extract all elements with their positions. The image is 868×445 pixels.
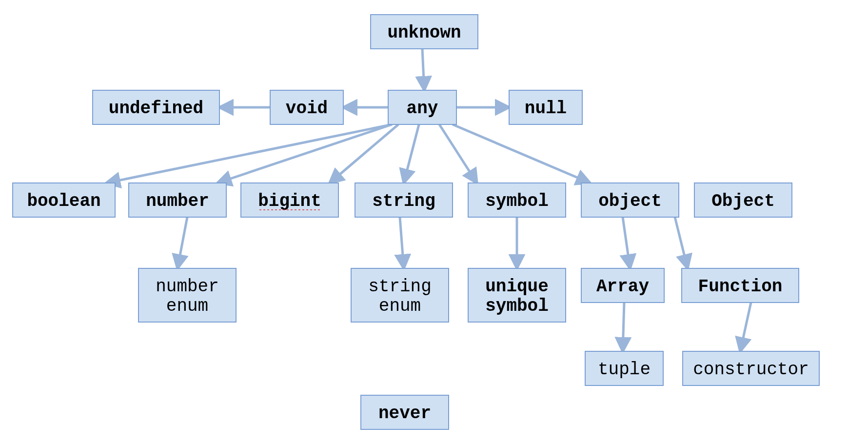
edge-string-to-string_enum	[400, 217, 404, 268]
node-unique_symbol: uniquesymbol	[468, 268, 566, 322]
node-string_enum: stringenum	[351, 268, 449, 322]
edge-Function-to-constructor	[740, 303, 751, 351]
edge-number-to-number_enum	[178, 217, 187, 268]
node-label-undefined: undefined	[109, 99, 203, 119]
node-bigint: bigint	[241, 183, 338, 217]
node-Function: Function	[682, 268, 799, 303]
edge-unknown-to-any	[422, 49, 424, 90]
node-label-string: string	[372, 191, 435, 211]
edge-Array-to-tuple	[623, 303, 624, 351]
node-label-Array: Array	[596, 277, 649, 297]
node-label-never: never	[378, 404, 431, 424]
type-hierarchy-diagram: unknownundefinedvoidanynullbooleannumber…	[0, 0, 868, 445]
node-tuple: tuple	[585, 351, 663, 385]
node-Array: Array	[581, 268, 664, 303]
node-object: object	[581, 183, 679, 217]
edge-any-to-object	[453, 124, 590, 183]
node-string: string	[355, 183, 453, 217]
node-label-unknown: unknown	[387, 23, 461, 43]
node-unknown: unknown	[371, 15, 478, 49]
node-label-void: void	[286, 99, 328, 119]
node-boolean: boolean	[13, 183, 115, 217]
node-number_enum: numberenum	[138, 268, 236, 322]
node-label-bigint: bigint	[258, 191, 321, 211]
node-number: number	[129, 183, 226, 217]
edge-any-to-boolean	[106, 124, 392, 183]
node-label-Function: Function	[698, 277, 783, 297]
node-label-number: number	[146, 191, 209, 211]
node-label-any: any	[407, 99, 438, 119]
node-label-null: null	[525, 99, 567, 119]
node-label-unique_symbol: uniquesymbol	[485, 277, 549, 316]
node-label-symbol: symbol	[485, 191, 549, 211]
node-never: never	[361, 395, 449, 429]
edge-object-to-Function	[675, 217, 688, 268]
node-void: void	[270, 90, 343, 124]
node-label-tuple: tuple	[598, 360, 651, 380]
node-Object_cap: Object	[694, 183, 792, 217]
node-constructor: constructor	[683, 351, 819, 385]
node-label-boolean: boolean	[27, 191, 100, 211]
node-any: any	[388, 90, 456, 124]
edge-any-to-string	[404, 124, 419, 183]
node-undefined: undefined	[93, 90, 219, 124]
node-symbol: symbol	[468, 183, 566, 217]
node-null: null	[509, 90, 582, 124]
node-label-constructor: constructor	[693, 360, 809, 380]
edge-object-to-Array	[623, 217, 630, 268]
node-label-Object_cap: Object	[711, 191, 775, 211]
node-label-object: object	[598, 191, 662, 211]
